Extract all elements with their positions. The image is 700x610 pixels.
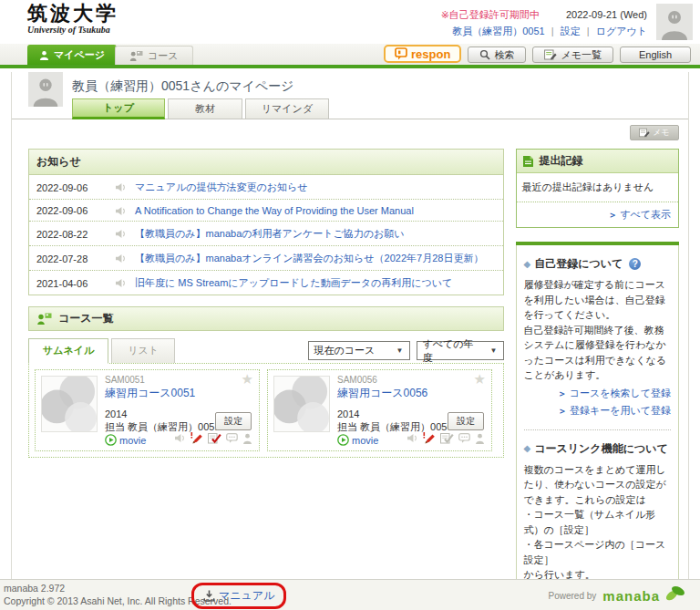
course-code: SAM0051: [105, 375, 259, 385]
memo-button-label: メモ: [653, 127, 669, 139]
speaker-icon: [115, 278, 127, 288]
course-card: ★ SAM0056 練習用コース0056 2014 担当 教員（練習用）0056…: [267, 369, 492, 451]
person-icon: [39, 50, 49, 60]
self-registration-section: ◆ 自己登録について ? 履修登録が確定する前にコースを利用したい場合は、自己登…: [524, 245, 671, 430]
search-icon: [479, 49, 490, 60]
announcement-link[interactable]: A Notification to Change the Way of Prov…: [135, 205, 414, 216]
announcements-header: お知らせ: [29, 150, 503, 175]
tab-list[interactable]: リスト: [111, 338, 175, 363]
info-box: ◆ 自己登録について ? 履修登録が確定する前にコースを利用したい場合は、自己登…: [516, 245, 679, 610]
news-speaker-icon: [174, 433, 186, 443]
respon-button[interactable]: respon: [384, 45, 461, 63]
diamond-icon: ◆: [524, 257, 531, 271]
announcement-link[interactable]: マニュアルの提供方法変更のお知らせ: [135, 181, 308, 194]
play-icon: [105, 434, 117, 446]
manual-link[interactable]: マニュアル: [203, 588, 274, 604]
year-filter-select[interactable]: すべての年度 ▼: [417, 341, 504, 360]
submissions-title: 提出記録: [540, 153, 583, 169]
page-avatar[interactable]: [28, 72, 63, 107]
respon-person-icon: [475, 433, 485, 444]
separator: |: [587, 26, 590, 36]
course-name-link[interactable]: 練習用コース0051: [105, 386, 259, 401]
powered-by: Powered by manaba: [548, 588, 685, 604]
movie-link[interactable]: movie: [105, 434, 146, 446]
year-filter-value: すべての年度: [423, 337, 483, 365]
key-register-link[interactable]: 登録キーを用いて登録: [570, 405, 671, 416]
course-filters: 現在のコース ▼ すべての年度 ▼: [308, 341, 504, 360]
user-avatar[interactable]: [656, 4, 693, 40]
header: 筑波大学 University of Tsukuba ※自己登録許可期間中 20…: [0, 0, 700, 44]
news-speaker-icon: [407, 433, 418, 443]
user-name-link[interactable]: 教員（練習用）0051: [452, 26, 544, 36]
submissions-header: 提出記録: [517, 150, 678, 173]
grade-check-icon: [208, 432, 221, 444]
speaker-icon: [115, 206, 127, 216]
university-logo[interactable]: 筑波大学 University of Tsukuba: [27, 3, 118, 35]
download-icon: [203, 590, 215, 602]
powered-by-label: Powered by: [548, 591, 596, 601]
tab-mypage-label: マイページ: [54, 48, 105, 62]
movie-link[interactable]: movie: [337, 434, 378, 446]
self-registration-body1: 履修登録が確定する前にコースを利用したい場合は、自己登録を行ってください。: [524, 277, 671, 323]
course-settings-button[interactable]: 設定: [448, 412, 484, 430]
page-head: 教員（練習用）0051さんのマイページ トップ 教材 リマインダ: [12, 72, 688, 119]
memo-list-label: メモ一覧: [561, 48, 602, 62]
respon-label: respon: [411, 47, 450, 61]
nav-buttons: respon 検索 メモ一覧 English: [384, 45, 691, 63]
settings-link[interactable]: 設定: [561, 26, 581, 36]
logo-subtitle: University of Tsukuba: [27, 25, 118, 35]
self-registration-body2: 自己登録許可期間終了後、教務システムに履修登録を行わなかったコースは利用できなく…: [524, 323, 671, 383]
chevron-right-icon: ＞: [558, 406, 567, 416]
left-column: お知らせ 2022-09-06 マニュアルの提供方法変更のお知らせ 2022-0…: [28, 125, 504, 610]
course-icon: [129, 50, 143, 61]
memo-icon: [639, 128, 650, 138]
english-button[interactable]: English: [620, 47, 691, 63]
logo-title: 筑波大学: [27, 3, 118, 25]
logout-link[interactable]: ログアウト: [596, 26, 647, 36]
page-title: 教員（練習用）0051さんのマイページ: [72, 78, 293, 95]
diamond-icon: ◆: [524, 441, 531, 455]
accent-bar: [0, 65, 700, 68]
course-filter-select[interactable]: 現在のコース ▼: [308, 341, 410, 360]
course-status-icons: [174, 432, 252, 444]
search-label: 検索: [494, 48, 514, 62]
course-controls: サムネイル リスト 現在のコース ▼ すべての年度 ▼: [28, 338, 504, 363]
tab-thumbnail[interactable]: サムネイル: [28, 338, 108, 364]
speaker-icon: [115, 253, 127, 264]
tab-reminder[interactable]: リマインダ: [245, 98, 329, 119]
manual-label: マニュアル: [219, 588, 274, 604]
help-icon[interactable]: ?: [629, 258, 641, 270]
view-all-link[interactable]: すべて表示: [620, 209, 671, 220]
announcement-date: 2022-09-06: [36, 182, 100, 193]
announcement-link[interactable]: 【教職員のみ】manabaオンライン講習会のお知らせ（2022年7月28日更新）: [135, 252, 483, 265]
content-area: 教員（練習用）0051さんのマイページ トップ 教材 リマインダ お知らせ 20…: [11, 72, 689, 583]
chevron-down-icon: ▼: [389, 346, 404, 355]
memo-button[interactable]: メモ: [630, 125, 679, 140]
course-card-bottom: movie: [105, 434, 146, 446]
star-icon[interactable]: ★: [242, 371, 253, 388]
movie-label: movie: [119, 435, 146, 446]
course-thumbnail[interactable]: [41, 376, 98, 432]
announcements-title: お知らせ: [36, 154, 81, 170]
manaba-brand: manaba: [602, 588, 660, 604]
tab-materials[interactable]: 教材: [168, 98, 242, 119]
search-register-link[interactable]: コースを検索して登録: [570, 388, 671, 398]
tab-top[interactable]: トップ: [72, 98, 165, 119]
course-status-icons: [407, 432, 485, 444]
course-settings-button[interactable]: 設定: [215, 412, 252, 430]
course-list-icon: [36, 313, 52, 325]
course-name-link[interactable]: 練習用コース0056: [337, 386, 491, 401]
tab-mypage[interactable]: マイページ: [27, 45, 117, 65]
star-icon[interactable]: ★: [474, 371, 486, 388]
course-thumbnail[interactable]: [273, 376, 330, 432]
english-label: English: [639, 49, 672, 60]
person-icon: [656, 4, 693, 40]
announcement-link[interactable]: 旧年度に MS Streamにアップロードした動画データの再利用について: [135, 276, 452, 290]
memo-icon: [544, 49, 557, 60]
current-date: 2022-09-21 (Wed): [566, 9, 647, 20]
memo-list-button[interactable]: メモ一覧: [532, 47, 613, 63]
tab-course[interactable]: コース: [115, 46, 193, 65]
assignment-pen-icon: [190, 432, 203, 444]
search-button[interactable]: 検索: [468, 47, 526, 63]
announcement-link[interactable]: 【教職員のみ】manabaの利用者アンケートご協力のお願い: [135, 227, 405, 241]
